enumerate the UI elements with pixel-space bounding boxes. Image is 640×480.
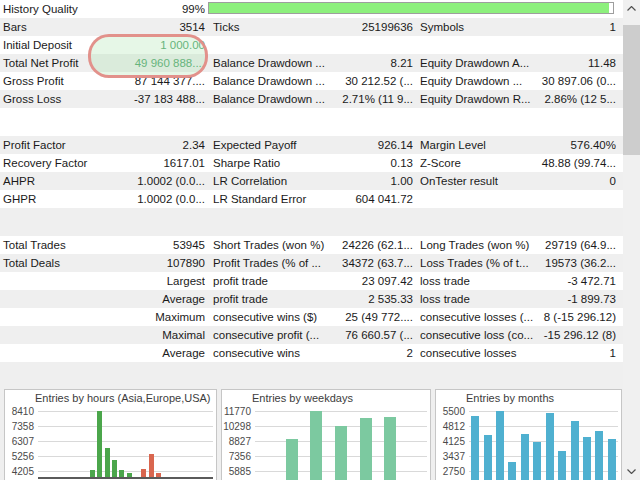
metric-value: 11.48 [584, 54, 616, 72]
metric-label [0, 326, 3, 344]
metric-label: Recovery Factor [0, 154, 87, 172]
tester-results-table: History Quality99%Bars3514Ticks25199636S… [0, 0, 623, 362]
metric-pair: profit trade2 535.33 [213, 290, 413, 308]
metric-label: Symbols [420, 18, 464, 36]
metric-label [0, 344, 3, 362]
metric-label: Balance Drawdown ... [213, 54, 325, 72]
metric-label: Total Net Profit [0, 54, 78, 72]
metric-value: 25 (49 772.... [341, 308, 413, 326]
metric-pair: History Quality99% [0, 0, 205, 18]
report-row: Bars3514Ticks25199636Symbols1 [0, 18, 623, 36]
metric-label: Ticks [213, 18, 239, 36]
chart-bar [521, 434, 529, 480]
metric-value: 1 [606, 18, 616, 36]
chart-bar [310, 411, 322, 480]
metric-value: 30 212.52 (... [341, 72, 413, 90]
metric-value: 34372 (63.7... [338, 254, 413, 272]
y-axis-tick-label: 4125 [436, 436, 465, 447]
metric-value: -3 472.71 [563, 272, 616, 290]
report-row: Total Deals107890Profit Trades (% of ...… [0, 254, 623, 272]
history-quality-progress-bar [208, 2, 614, 14]
gridline [38, 426, 213, 427]
report-row: GHPR1.0002 (0.0...LR Standard Error604 0… [0, 190, 623, 208]
metric-label: Short Trades (won %) [213, 236, 324, 254]
metric-value: Average [158, 344, 205, 362]
metric-value: 30 897.06 (0... [538, 72, 616, 90]
report-row: Total Trades53945Short Trades (won %)242… [0, 236, 623, 254]
metric-label: profit trade [213, 290, 268, 308]
report-row: Initial Deposit1 000.00 [0, 36, 623, 54]
metric-label: LR Standard Error [213, 190, 306, 208]
chart-bar [484, 435, 492, 480]
y-axis-tick-label: 8827 [222, 436, 251, 447]
metric-label: Margin Level [420, 136, 486, 154]
metric-pair: Long Trades (won %)29719 (64.9... [420, 236, 616, 254]
metric-pair: consecutive profit (...76 660.57 (... [213, 326, 413, 344]
report-row: Averageconsecutive wins2consecutive loss… [0, 344, 623, 362]
metric-value: 1 [606, 344, 616, 362]
metric-value: 0.13 [387, 154, 413, 172]
scroll-down-arrow-icon[interactable] [623, 463, 640, 480]
metric-label: consecutive profit (... [213, 326, 319, 344]
y-axis-tick-label: 10298 [222, 421, 251, 432]
y-axis-tick-label: 6307 [5, 436, 34, 447]
metric-label: loss trade [420, 272, 470, 290]
chart-bar [141, 469, 146, 477]
metric-pair: Largest [0, 272, 205, 290]
report-row: Recovery Factor1617.01Sharpe Ratio0.13Z-… [0, 154, 623, 172]
row-spacer [0, 208, 623, 236]
chart-bar [471, 416, 479, 480]
chart-bar [112, 460, 117, 477]
metric-pair: consecutive wins2 [213, 344, 413, 362]
metric-pair: Equity Drawdown A...11.48 [420, 54, 616, 72]
metric-label: Profit Factor [0, 136, 66, 154]
vertical-scrollbar[interactable] [623, 0, 640, 480]
metric-value: Largest [163, 272, 205, 290]
chart-bar [127, 473, 132, 477]
chart-bar [360, 418, 372, 480]
scrollbar-thumb[interactable] [623, 25, 640, 155]
metric-pair: Ticks25199636 [213, 18, 413, 36]
metric-value: 49 960 888.... [131, 54, 205, 72]
metric-value: 2.34 [179, 136, 205, 154]
metric-pair: loss trade-3 472.71 [420, 272, 616, 290]
chart-bar [496, 411, 504, 480]
metric-pair: GHPR1.0002 (0.0... [0, 190, 205, 208]
metric-pair: Total Trades53945 [0, 236, 205, 254]
chart-title: Entries by hours (Asia,Europe,USA) [35, 392, 214, 404]
metric-label: consecutive loss (co... [420, 326, 533, 344]
y-axis-tick-label: 7356 [222, 451, 251, 462]
metric-pair: Balance Drawdown ...30 212.52 (... [213, 72, 413, 90]
metric-value: Average [158, 290, 205, 308]
metric-value: 24226 (62.1... [338, 236, 413, 254]
metric-pair: Bars3514 [0, 18, 205, 36]
metric-pair: AHPR1.0002 (0.0... [0, 172, 205, 190]
y-axis-tick-label: 5500 [436, 406, 465, 417]
metric-label: Z-Score [420, 154, 461, 172]
chart-bar [335, 426, 347, 480]
metric-value: 2.86% (12 5... [540, 90, 616, 108]
metric-value: 19573 (36.2... [541, 254, 616, 272]
metric-label: Balance Drawdown ... [213, 90, 325, 108]
metric-label: Expected Payoff [213, 136, 297, 154]
metric-value: 1.0002 (0.0... [133, 172, 205, 190]
y-axis-tick-label: 3437 [436, 451, 465, 462]
metric-value: 25199636 [358, 18, 413, 36]
metric-value: -15 296.12 (8) [540, 326, 616, 344]
chart-title: Entries by months [466, 392, 619, 404]
metric-value: -1 899.73 [563, 290, 616, 308]
report-row: Averageprofit trade2 535.33loss trade-1 … [0, 290, 623, 308]
mt5-tester-report-window: { "colors": { "row_alt_bg": "#efefef", "… [0, 0, 640, 480]
metric-pair: Balance Drawdown ...8.21 [213, 54, 413, 72]
entries-by-months-chart: Entries by months55004812412534372750 [435, 389, 622, 480]
metric-pair: Total Deals107890 [0, 254, 205, 272]
metric-pair: Recovery Factor1617.01 [0, 154, 205, 172]
metric-label: Gross Loss [0, 90, 61, 108]
metric-label: Sharpe Ratio [213, 154, 280, 172]
metric-label [0, 308, 3, 326]
scroll-up-arrow-icon[interactable] [623, 0, 640, 17]
gridline [38, 411, 213, 412]
metric-value: -37 183 488... [130, 90, 205, 108]
metric-value: 604 041.72 [351, 190, 413, 208]
metric-pair: Short Trades (won %)24226 (62.1... [213, 236, 413, 254]
